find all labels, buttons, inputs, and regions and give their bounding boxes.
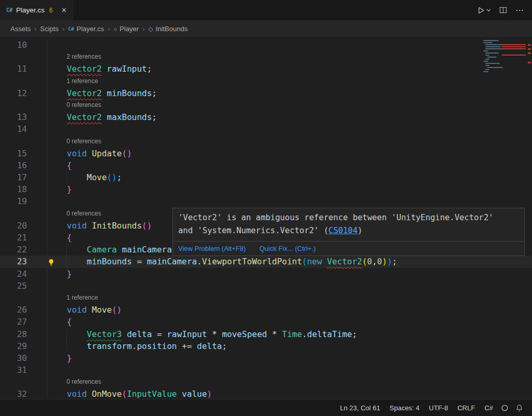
- notifications-button[interactable]: [512, 399, 527, 416]
- codelens-references-link[interactable]: 1 reference: [66, 77, 98, 85]
- line-number: 15: [0, 147, 27, 159]
- diagnostic-line-1: 'Vector2' is an ambiguous reference betw…: [178, 211, 519, 224]
- overview-ruler: [527, 37, 532, 398]
- language-status-button[interactable]: [498, 399, 512, 416]
- more-actions-button[interactable]: ⋯: [515, 5, 524, 15]
- status-indentation[interactable]: Spaces: 4: [385, 399, 424, 416]
- codelens-references-link[interactable]: 0 references: [66, 378, 101, 385]
- tab-problems-badge: 6: [49, 7, 53, 14]
- breadcrumb-separator-icon: ›: [142, 25, 144, 33]
- breadcrumb: Assets›Scipts›C#Player.cs›○Player›◇InitB…: [0, 21, 532, 37]
- split-editor-button[interactable]: [499, 6, 507, 14]
- breadcrumb-separator-icon: ›: [62, 25, 64, 33]
- bell-icon: [515, 404, 523, 412]
- line-number: 20: [0, 220, 27, 232]
- breadcrumb-label: Player.cs: [77, 25, 104, 33]
- breadcrumb-item-player-cs[interactable]: C#Player.cs: [68, 25, 104, 33]
- code-line-14[interactable]: 14: [0, 123, 532, 135]
- diagnostic-line-2: and 'System.Numerics.Vector2' (CS0104): [178, 224, 519, 237]
- line-number: 17: [0, 171, 27, 183]
- line-number: 22: [0, 244, 27, 256]
- code-line-19[interactable]: 19: [0, 195, 532, 207]
- status-cursor-position[interactable]: Ln 23, Col 61: [335, 399, 384, 416]
- minimap-error-mark: [502, 48, 526, 49]
- code-text: {: [47, 232, 72, 244]
- codelens-references-link[interactable]: 0 references: [66, 101, 101, 109]
- circle-status-icon: [501, 405, 508, 411]
- code-line-17[interactable]: 17 Move();: [0, 171, 532, 183]
- tab-player-cs[interactable]: C# Player.cs 6 ×: [0, 0, 73, 20]
- status-encoding[interactable]: UTF-8: [424, 399, 453, 416]
- minimap[interactable]: [483, 37, 524, 73]
- code-text: {: [47, 316, 72, 328]
- code-line-29[interactable]: 29 transform.position += delta;: [0, 340, 532, 352]
- csharp-symbol-icon: C#: [68, 26, 74, 32]
- codelens-references-link[interactable]: 2 references: [66, 53, 101, 60]
- line-number: 11: [0, 63, 27, 75]
- line-number: 10: [0, 39, 27, 51]
- tab-bar: C# Player.cs 6 × ⋯: [0, 0, 532, 21]
- minimap-line: [483, 71, 524, 73]
- line-number: 31: [0, 364, 27, 376]
- code-line-13[interactable]: 13 Vector2 maxBounds;: [0, 111, 532, 123]
- code-line-26[interactable]: 26 void Move(): [0, 304, 532, 316]
- codelens-row: 2 references: [0, 51, 532, 63]
- line-number: 25: [0, 280, 27, 292]
- editor[interactable]: 102 references11 Vector2 rawInput;1 refe…: [0, 37, 532, 398]
- minimap-error-mark: [502, 44, 526, 45]
- breadcrumb-item-initbounds[interactable]: ◇InitBounds: [149, 25, 188, 33]
- breadcrumb-separator-icon: ›: [34, 25, 36, 33]
- code-line-12[interactable]: 12 Vector2 minBounds;: [0, 87, 532, 99]
- code-line-31[interactable]: 31: [0, 364, 532, 376]
- line-number: 26: [0, 304, 27, 316]
- status-bar: Ln 23, Col 61Spaces: 4UTF-8CRLFC#: [0, 399, 532, 416]
- code-text: Vector2 maxBounds;: [47, 111, 157, 123]
- overview-ruler-error-mark: [528, 44, 531, 46]
- code-line-11[interactable]: 11 Vector2 rawInput;: [0, 63, 532, 75]
- code-line-25[interactable]: 25: [0, 280, 532, 292]
- code-line-32[interactable]: 32 void OnMove(InputValue value): [0, 388, 532, 398]
- vscode-window: C# Player.cs 6 × ⋯ Assets›Scipts›C#Playe…: [0, 0, 532, 416]
- code-line-30[interactable]: 30 }: [0, 352, 532, 364]
- codelens-references-link[interactable]: 1 reference: [66, 294, 98, 301]
- run-debug-button[interactable]: [477, 6, 491, 15]
- view-problem-action[interactable]: View Problem (Alt+F8): [178, 245, 246, 252]
- status-eol[interactable]: CRLF: [453, 399, 480, 416]
- code-line-10[interactable]: 10: [0, 39, 532, 51]
- code-text: Camera mainCamera: [47, 244, 172, 256]
- code-line-16[interactable]: 16 {: [0, 159, 532, 171]
- code-line-24[interactable]: 24 }: [0, 268, 532, 280]
- csharp-file-icon: C#: [6, 7, 12, 13]
- play-icon: [477, 6, 485, 15]
- code-text: transform.position += delta;: [47, 340, 227, 352]
- status-language-mode[interactable]: C#: [480, 399, 498, 416]
- code-line-18[interactable]: 18 }: [0, 183, 532, 195]
- diagnostic-code-link[interactable]: CS0104: [328, 226, 357, 235]
- code-text: Vector3 delta = rawInput * moveSpeed * T…: [47, 328, 357, 340]
- code-line-27[interactable]: 27 {: [0, 316, 532, 328]
- close-tab-icon[interactable]: ×: [62, 6, 66, 15]
- line-number: 30: [0, 352, 27, 364]
- code-line-15[interactable]: 15 void Update(): [0, 147, 532, 159]
- code-line-28[interactable]: 28 Vector3 delta = rawInput * moveSpeed …: [0, 328, 532, 340]
- hover-diagnostic-popup: 'Vector2' is an ambiguous reference betw…: [172, 208, 525, 256]
- minimap-error-mark: [502, 55, 526, 56]
- line-number: 27: [0, 316, 27, 328]
- line-number: 28: [0, 328, 27, 340]
- code-text: void Move(): [47, 304, 122, 316]
- breadcrumb-item-player[interactable]: ○Player: [114, 25, 139, 33]
- breadcrumb-separator-icon: ›: [108, 25, 110, 33]
- quick-fix-action[interactable]: Quick Fix... (Ctrl+.): [259, 245, 316, 252]
- chevron-down-icon: [486, 8, 491, 12]
- breadcrumb-item-scipts[interactable]: Scipts: [40, 25, 58, 33]
- codelens-references-link[interactable]: 0 references: [66, 210, 101, 217]
- tab-title: Player.cs: [16, 6, 45, 14]
- code-line-23[interactable]: 23 minBounds = mainCamera.ViewportToWorl…: [0, 256, 532, 267]
- code-text: void Update(): [47, 147, 132, 159]
- class-symbol-icon: ○: [114, 26, 117, 32]
- breadcrumb-label: Player: [119, 25, 139, 33]
- codelens-references-link[interactable]: 0 references: [66, 138, 101, 145]
- codelens-row: 1 reference: [0, 75, 532, 87]
- code-text: }: [47, 183, 72, 195]
- breadcrumb-item-assets[interactable]: Assets: [10, 25, 31, 33]
